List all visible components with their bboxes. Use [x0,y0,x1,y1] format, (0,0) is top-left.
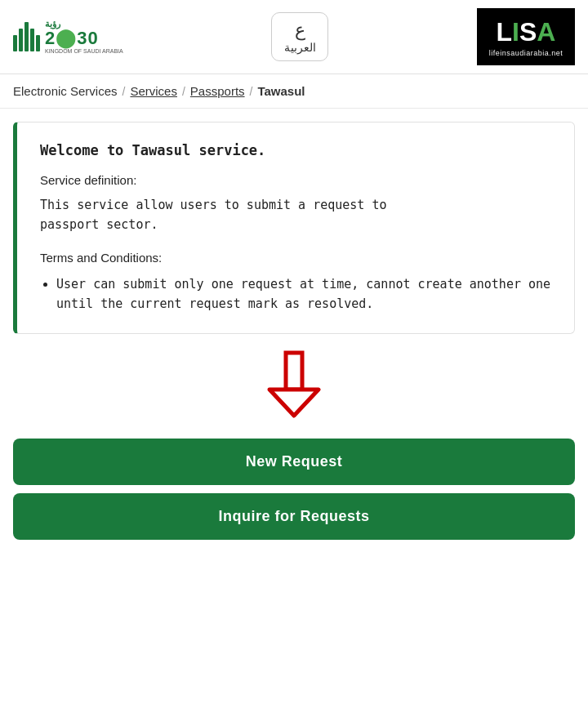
breadcrumb: Electronic Services / Services / Passpor… [0,74,588,109]
breadcrumb-sep-1: / [122,85,126,98]
kingdom-english: KINGDOM OF SAUDI ARABIA [45,48,123,55]
main-content: Welcome to Tawasul service. Service defi… [0,109,588,422]
lisa-letters: L I S A [497,17,556,47]
lisa-letter-a: A [537,17,555,47]
vision-year: 2⬤30 [45,29,99,48]
terms-list: User can submit only one request at time… [40,274,551,314]
breadcrumb-passports[interactable]: Passports [190,84,245,98]
svg-marker-1 [270,390,318,416]
arabic-symbol: ع [295,20,305,41]
lisa-letter-s: S [519,17,537,47]
service-definition-label: Service definition: [40,173,551,187]
arabic-label: العربية [284,41,316,54]
header-left: رؤية 2⬤30 KINGDOM OF SAUDI ARABIA [13,19,123,55]
arrow-container [13,349,575,422]
lisa-url: lifeinsaudiarabia.net [489,49,564,57]
lisa-letter-l: L [497,17,513,47]
down-arrow-icon [265,349,323,422]
breadcrumb-services[interactable]: Services [130,84,177,98]
svg-rect-0 [286,353,302,390]
welcome-title: Welcome to Tawasul service. [40,142,551,158]
inquire-requests-button[interactable]: Inquire for Requests [13,493,575,540]
arabic-language-button[interactable]: ع العربية [271,12,328,61]
header: رؤية 2⬤30 KINGDOM OF SAUDI ARABIA ع العر… [0,0,588,74]
new-request-button[interactable]: New Request [13,439,575,485]
breadcrumb-electronic-services: Electronic Services [13,84,118,98]
vision-text-block: رؤية 2⬤30 KINGDOM OF SAUDI ARABIA [45,19,123,55]
lisa-logo: L I S A lifeinsaudiarabia.net [477,8,575,65]
vision-bars-icon [13,22,40,51]
buttons-section: New Request Inquire for Requests [0,429,588,553]
service-description: This service allow users to submit a req… [40,195,551,234]
terms-label: Terms and Conditions: [40,251,551,265]
breadcrumb-sep-2: / [182,85,185,98]
breadcrumb-sep-3: / [250,85,253,98]
lisa-letter-i: I [512,17,519,47]
breadcrumb-tawasul: Tawasul [257,84,305,98]
vision-2030-logo: رؤية 2⬤30 KINGDOM OF SAUDI ARABIA [13,19,123,55]
info-card: Welcome to Tawasul service. Service defi… [13,122,575,334]
terms-item-1: User can submit only one request at time… [56,274,551,314]
